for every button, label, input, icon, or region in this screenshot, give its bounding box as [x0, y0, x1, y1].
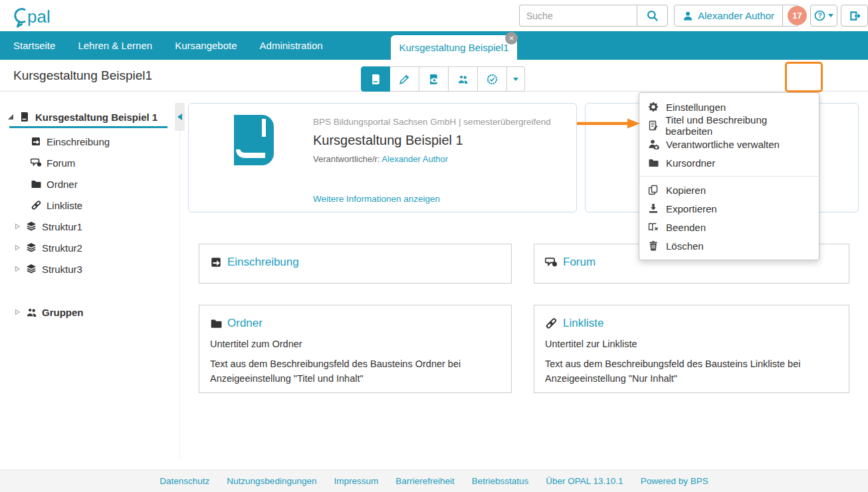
- preview-course-button[interactable]: [419, 66, 449, 92]
- members-button[interactable]: [449, 66, 478, 92]
- link-icon: [31, 200, 42, 211]
- tree-expanded-icon[interactable]: [5, 114, 16, 120]
- help-menu-button[interactable]: ?: [810, 5, 837, 27]
- tree-collapsed-icon[interactable]: [12, 223, 23, 230]
- folder-icon: [647, 157, 659, 168]
- menu-item-loeschen[interactable]: Löschen: [639, 236, 819, 255]
- card-linkliste-description: Text aus dem Beschreibungsfeld des Baust…: [534, 349, 847, 386]
- footer-link-ueber-opal[interactable]: Über OPAL 13.10.1: [546, 476, 623, 486]
- tree-item-struktur1[interactable]: Struktur1: [0, 218, 169, 235]
- card-einschreibung-link[interactable]: Einschreibung: [199, 244, 511, 269]
- tree-item-einschreibung[interactable]: Einschreibung: [0, 133, 169, 150]
- logout-button[interactable]: [841, 5, 868, 27]
- assessment-button[interactable]: [478, 66, 507, 92]
- footer-link-barrierefreiheit[interactable]: Barrierefreiheit: [395, 476, 455, 486]
- badge-check-icon: [487, 74, 498, 85]
- menu-item-kopieren[interactable]: Kopieren: [639, 181, 819, 199]
- card-linkliste-subtitle: Untertitel zur Linkliste: [534, 330, 849, 349]
- nav-item-kursangebote[interactable]: Kursangebote: [163, 40, 248, 51]
- book-preview-icon: [428, 74, 440, 85]
- logout-icon: [849, 10, 861, 22]
- pencil-icon: [399, 74, 410, 85]
- menu-item-einstellungen[interactable]: Einstellungen: [639, 98, 819, 116]
- tree-item-ordner[interactable]: Ordner: [0, 175, 169, 193]
- card-linkliste: Linkliste Untertitel zur Linkliste Text …: [534, 305, 849, 393]
- main-navbar: Startseite Lehren & Lernen Kursangebote …: [0, 31, 868, 60]
- tree-collapsed-icon[interactable]: [12, 309, 23, 315]
- search-input[interactable]: [519, 5, 637, 27]
- tree-item-struktur2[interactable]: Struktur2: [0, 239, 169, 256]
- nav-item-startseite[interactable]: Startseite: [13, 40, 66, 51]
- nav-item-administration[interactable]: Administration: [249, 40, 334, 51]
- content-area: Kursgestaltung Beispiel 1 Einschreibung …: [0, 92, 868, 469]
- course-book-icon: [230, 115, 275, 165]
- user-menu-button[interactable]: Alexander Author: [674, 5, 783, 27]
- sidebar-collapse-handle[interactable]: [175, 103, 185, 131]
- card-ordner-description: Text aus dem Beschreibungsfeld des Baust…: [199, 349, 511, 386]
- edit-document-icon: [647, 120, 659, 131]
- view-more-dropdown-button[interactable]: [507, 66, 525, 92]
- menu-item-beenden[interactable]: Beenden: [639, 218, 819, 236]
- footer-link-datenschutz[interactable]: Datenschutz: [160, 476, 209, 486]
- tree-item-gruppen[interactable]: Gruppen: [0, 303, 169, 321]
- footer-link-powered-by-bps[interactable]: Powered by BPS: [641, 476, 708, 486]
- people-icon: [457, 74, 469, 85]
- opal-app: pal Alexander Author 17: [0, 0, 868, 492]
- footer-link-betriebsstatus[interactable]: Betriebsstatus: [472, 476, 529, 486]
- menu-item-titel-beschreibung[interactable]: Titel und Beschreibung bearbeiten: [639, 116, 819, 135]
- course-tools-menu: Einstellungen Titel und Beschreibung bea…: [639, 92, 819, 260]
- gear-icon: [647, 102, 659, 112]
- copy-icon: [647, 185, 659, 195]
- trash-icon: [647, 240, 659, 251]
- tree-item-course-root[interactable]: Kursgestaltung Beispiel 1: [0, 108, 169, 126]
- footer-link-nutzungsbedingungen[interactable]: Nutzungsbedingungen: [227, 476, 316, 486]
- course-title: Kursgestaltung Beispiel 1: [313, 133, 463, 148]
- card-ordner-link[interactable]: Ordner: [199, 305, 511, 330]
- forum-icon: [31, 157, 42, 169]
- view-course-button[interactable]: [361, 66, 390, 92]
- tree-item-forum[interactable]: Forum: [0, 154, 169, 171]
- menu-item-kursordner[interactable]: Kursordner: [639, 153, 819, 172]
- user-icon: [683, 11, 693, 21]
- tree-collapsed-icon[interactable]: [12, 244, 23, 251]
- chevron-down-icon: [513, 78, 518, 81]
- book-icon: [370, 74, 381, 85]
- tree-item-linkliste[interactable]: Linkliste: [0, 197, 169, 214]
- top-header: pal Alexander Author 17: [0, 0, 868, 31]
- folder-icon: [210, 317, 222, 329]
- menu-item-exportieren[interactable]: Exportieren: [639, 199, 819, 218]
- notification-badge[interactable]: 17: [788, 6, 807, 25]
- footer: Datenschutz Nutzungsbedingungen Impressu…: [0, 469, 868, 492]
- tab-close-button[interactable]: ×: [505, 32, 518, 44]
- menu-item-verantwortliche[interactable]: Verantwortliche verwalten: [639, 135, 819, 153]
- more-info-link[interactable]: Weitere Informationen anzeigen: [313, 194, 440, 204]
- tab-kursgestaltung[interactable]: Kursgestaltung Beispiel1: [391, 35, 517, 60]
- folder-icon: [31, 179, 42, 190]
- enrollment-icon: [31, 136, 42, 147]
- book-close-icon: [647, 222, 659, 232]
- menu-separator: [639, 176, 819, 177]
- edit-course-button[interactable]: [390, 66, 419, 92]
- card-linkliste-link[interactable]: Linkliste: [534, 305, 849, 330]
- responsible-link[interactable]: Alexander Author: [381, 154, 448, 164]
- nav-item-lehren-lernen[interactable]: Lehren & Lernen: [66, 40, 163, 51]
- tree-item-struktur3[interactable]: Struktur3: [0, 260, 169, 278]
- download-icon: [647, 203, 659, 214]
- enrollment-icon: [210, 256, 222, 268]
- layers-icon: [26, 242, 37, 254]
- user-name: Alexander Author: [698, 10, 774, 21]
- search-button[interactable]: [637, 5, 668, 27]
- chevron-down-icon: [828, 14, 833, 17]
- card-einschreibung: Einschreibung: [199, 244, 512, 284]
- tree-collapsed-icon[interactable]: [12, 266, 23, 272]
- people-icon: [26, 307, 37, 318]
- help-icon: ?: [814, 10, 825, 21]
- course-toolbar: Kursgestaltung Beispiel1: [0, 60, 868, 92]
- search-icon: [647, 10, 659, 22]
- opal-logo-icon[interactable]: pal: [11, 3, 62, 28]
- course-info-card: BPS Bildungsportal Sachsen GmbH | semest…: [188, 103, 577, 212]
- collapse-left-icon: [177, 114, 182, 120]
- footer-link-impressum[interactable]: Impressum: [334, 476, 378, 486]
- card-ordner-subtitle: Untertitel zum Ordner: [199, 330, 511, 349]
- layers-icon: [26, 264, 37, 275]
